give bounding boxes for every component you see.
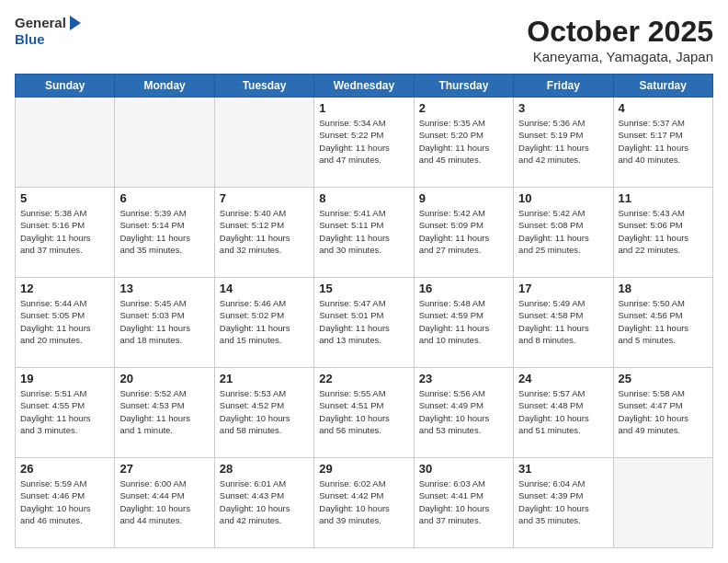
calendar-table: Sunday Monday Tuesday Wednesday Thursday… [15,74,713,548]
day-number: 6 [119,191,209,205]
calendar-week-row: 5Sunrise: 5:38 AMSunset: 5:16 PMDaylight… [16,188,713,278]
day-info: Sunrise: 6:02 AMSunset: 4:42 PMDaylight:… [319,477,408,526]
day-number: 17 [518,282,608,295]
day-info: Sunrise: 5:41 AMSunset: 5:11 PMDaylight:… [319,207,408,256]
day-number: 21 [220,372,309,385]
day-info: Sunrise: 5:47 AMSunset: 5:01 PMDaylight:… [319,297,408,346]
day-info: Sunrise: 5:55 AMSunset: 4:51 PMDaylight:… [319,387,408,436]
table-row: 17Sunrise: 5:49 AMSunset: 4:58 PMDayligh… [514,278,613,368]
calendar-week-row: 19Sunrise: 5:51 AMSunset: 4:55 PMDayligh… [16,368,713,458]
table-row: 16Sunrise: 5:48 AMSunset: 4:59 PMDayligh… [414,278,513,368]
logo-blue: Blue [15,31,81,48]
table-row: 11Sunrise: 5:43 AMSunset: 5:06 PMDayligh… [613,188,712,278]
day-number: 20 [119,372,209,385]
day-number: 13 [119,282,209,295]
table-row [16,98,115,188]
table-row: 19Sunrise: 5:51 AMSunset: 4:55 PMDayligh… [16,368,115,458]
table-row: 20Sunrise: 5:52 AMSunset: 4:53 PMDayligh… [115,368,214,458]
day-number: 9 [419,191,508,205]
table-row: 21Sunrise: 5:53 AMSunset: 4:52 PMDayligh… [214,368,313,458]
day-info: Sunrise: 5:52 AMSunset: 4:53 PMDaylight:… [119,387,209,436]
table-row: 1Sunrise: 5:34 AMSunset: 5:22 PMDaylight… [314,98,414,188]
day-number: 8 [319,191,408,205]
table-row: 8Sunrise: 5:41 AMSunset: 5:11 PMDaylight… [314,188,414,278]
day-number: 24 [518,372,608,385]
table-row: 12Sunrise: 5:44 AMSunset: 5:05 PMDayligh… [16,278,115,368]
header: General Blue October 2025 Kaneyama, Yama… [15,15,713,64]
day-info: Sunrise: 5:56 AMSunset: 4:49 PMDaylight:… [419,387,508,436]
col-saturday: Saturday [613,75,712,98]
table-row: 26Sunrise: 5:59 AMSunset: 4:46 PMDayligh… [16,458,115,548]
day-number: 27 [119,462,209,476]
day-number: 15 [319,282,408,295]
day-number: 26 [20,462,109,476]
table-row: 5Sunrise: 5:38 AMSunset: 5:16 PMDaylight… [16,188,115,278]
table-row: 3Sunrise: 5:36 AMSunset: 5:19 PMDaylight… [514,98,613,188]
col-monday: Monday [115,75,214,98]
day-info: Sunrise: 5:39 AMSunset: 5:14 PMDaylight:… [119,207,209,256]
col-wednesday: Wednesday [314,75,414,98]
day-number: 14 [220,282,309,295]
table-row: 25Sunrise: 5:58 AMSunset: 4:47 PMDayligh… [613,368,712,458]
calendar-header-row: Sunday Monday Tuesday Wednesday Thursday… [16,75,713,98]
day-info: Sunrise: 5:45 AMSunset: 5:03 PMDaylight:… [119,297,209,346]
day-info: Sunrise: 5:35 AMSunset: 5:20 PMDaylight:… [419,117,508,166]
calendar-week-row: 1Sunrise: 5:34 AMSunset: 5:22 PMDaylight… [16,98,713,188]
day-info: Sunrise: 5:46 AMSunset: 5:02 PMDaylight:… [220,297,309,346]
table-row [214,98,313,188]
table-row: 2Sunrise: 5:35 AMSunset: 5:20 PMDaylight… [414,98,513,188]
table-row: 9Sunrise: 5:42 AMSunset: 5:09 PMDaylight… [414,188,513,278]
table-row: 14Sunrise: 5:46 AMSunset: 5:02 PMDayligh… [214,278,313,368]
table-row: 31Sunrise: 6:04 AMSunset: 4:39 PMDayligh… [514,458,613,548]
day-info: Sunrise: 6:00 AMSunset: 4:44 PMDaylight:… [119,477,209,526]
page: General Blue October 2025 Kaneyama, Yama… [0,0,728,563]
day-number: 29 [319,462,408,476]
day-info: Sunrise: 5:44 AMSunset: 5:05 PMDaylight:… [20,297,109,346]
day-number: 7 [220,191,309,205]
day-info: Sunrise: 5:59 AMSunset: 4:46 PMDaylight:… [20,477,109,526]
day-info: Sunrise: 5:49 AMSunset: 4:58 PMDaylight:… [518,297,608,346]
day-info: Sunrise: 5:42 AMSunset: 5:09 PMDaylight:… [419,207,508,256]
table-row: 13Sunrise: 5:45 AMSunset: 5:03 PMDayligh… [115,278,214,368]
day-number: 28 [220,462,309,476]
day-number: 3 [518,101,608,115]
day-info: Sunrise: 5:50 AMSunset: 4:56 PMDaylight:… [619,297,708,346]
col-tuesday: Tuesday [214,75,313,98]
day-info: Sunrise: 5:34 AMSunset: 5:22 PMDaylight:… [319,117,408,166]
table-row: 10Sunrise: 5:42 AMSunset: 5:08 PMDayligh… [514,188,613,278]
day-info: Sunrise: 5:40 AMSunset: 5:12 PMDaylight:… [220,207,309,256]
day-number: 19 [20,372,109,385]
day-number: 4 [619,101,708,115]
table-row: 22Sunrise: 5:55 AMSunset: 4:51 PMDayligh… [314,368,414,458]
day-info: Sunrise: 5:43 AMSunset: 5:06 PMDaylight:… [619,207,708,256]
day-info: Sunrise: 5:48 AMSunset: 4:59 PMDaylight:… [419,297,508,346]
day-info: Sunrise: 5:53 AMSunset: 4:52 PMDaylight:… [220,387,309,436]
day-info: Sunrise: 5:37 AMSunset: 5:17 PMDaylight:… [619,117,708,166]
day-number: 23 [419,372,508,385]
day-number: 10 [518,191,608,205]
day-number: 5 [20,191,109,205]
col-thursday: Thursday [414,75,513,98]
table-row: 29Sunrise: 6:02 AMSunset: 4:42 PMDayligh… [314,458,414,548]
col-sunday: Sunday [16,75,115,98]
table-row: 24Sunrise: 5:57 AMSunset: 4:48 PMDayligh… [514,368,613,458]
day-info: Sunrise: 5:58 AMSunset: 4:47 PMDaylight:… [619,387,708,436]
day-number: 18 [619,282,708,295]
table-row: 18Sunrise: 5:50 AMSunset: 4:56 PMDayligh… [613,278,712,368]
day-info: Sunrise: 6:04 AMSunset: 4:39 PMDaylight:… [518,477,608,526]
day-info: Sunrise: 5:38 AMSunset: 5:16 PMDaylight:… [20,207,109,256]
day-info: Sunrise: 6:01 AMSunset: 4:43 PMDaylight:… [220,477,309,526]
day-number: 12 [20,282,109,295]
calendar-title: October 2025 [527,15,713,49]
table-row: 23Sunrise: 5:56 AMSunset: 4:49 PMDayligh… [414,368,513,458]
day-number: 30 [419,462,508,476]
table-row [613,458,712,548]
logo-icon: General [15,15,81,31]
day-info: Sunrise: 5:57 AMSunset: 4:48 PMDaylight:… [518,387,608,436]
day-info: Sunrise: 6:03 AMSunset: 4:41 PMDaylight:… [419,477,508,526]
logo: General Blue [15,15,81,48]
day-number: 16 [419,282,508,295]
day-number: 31 [518,462,608,476]
calendar-subtitle: Kaneyama, Yamagata, Japan [527,49,713,64]
table-row: 6Sunrise: 5:39 AMSunset: 5:14 PMDaylight… [115,188,214,278]
